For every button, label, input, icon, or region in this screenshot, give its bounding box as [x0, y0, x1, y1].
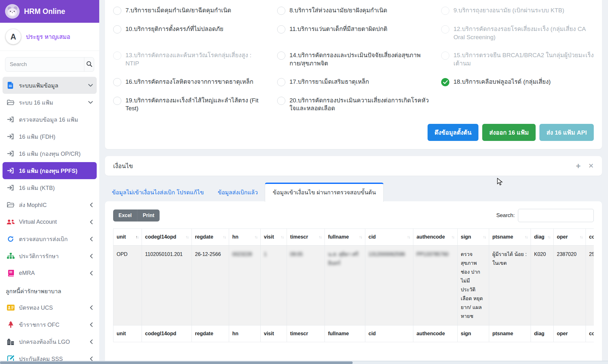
- sidebar-item-label: Virtual Account: [19, 219, 57, 225]
- sort-arrows-icon: ↑↓: [317, 234, 321, 239]
- sidebar-item-8[interactable]: Virtual Account: [3, 213, 97, 230]
- column-header-diag[interactable]: diag↑↓: [531, 228, 554, 245]
- service-option-label: 13.บริการคัดกรองและค้นหาวัณโรคกลุ่มเสี่ย…: [125, 51, 266, 67]
- services-card: 7.บริการยาเม็ดคุมกำเนิด/ยาฉีดคุมกำเนิด8.…: [105, 0, 602, 149]
- column-header-unit[interactable]: unit↑↓: [113, 228, 142, 245]
- radio-unchecked-icon[interactable]: [277, 78, 285, 86]
- search-button[interactable]: [84, 58, 94, 71]
- fetch-initial-data-button[interactable]: ดึงข้อมูลตั้งต้น: [428, 124, 478, 141]
- print-button[interactable]: Print: [137, 209, 160, 221]
- service-option-20[interactable]: 20.บริการคัดกรองประเมินความเสี่ยงต่อการเ…: [277, 96, 430, 112]
- radio-unchecked-icon[interactable]: [277, 25, 285, 33]
- chevron-left-icon: [90, 254, 93, 258]
- service-option-14[interactable]: 14.บริการคัดกรองและประเมินปัจจัยเสี่ยงต่…: [277, 51, 430, 67]
- sidebar-item-4[interactable]: 16 แฟ้ม (กองทุน OP/CR): [3, 145, 97, 162]
- service-option-17[interactable]: 17.บริการยาเม็ดเสริมธาตุเหล็ก: [277, 78, 430, 86]
- column-label: hn: [232, 234, 239, 240]
- radio-unchecked-icon[interactable]: [113, 78, 121, 86]
- column-header-fullname[interactable]: fullname↑↓: [325, 228, 365, 245]
- sidebar-item-10[interactable]: ประวัติการรักษา: [3, 247, 97, 264]
- sidebar-item-5[interactable]: 16 แฟ้ม (กองทุน PPFS): [3, 162, 97, 179]
- search-input[interactable]: [5, 58, 84, 71]
- service-option-19[interactable]: 19.บริการคัดกรองมะเร็งลำไส้ใหญ่และลำไส้ต…: [113, 96, 266, 112]
- export-16-files-button[interactable]: ส่งออก 16 แฟ้ม: [482, 124, 536, 141]
- service-option-15[interactable]: 15.บริการตรวจยีน BRCA1/BRCA2 ในกลุ่มผู้ป…: [441, 51, 594, 67]
- service-option-13[interactable]: 13.บริการคัดกรองและค้นหาวัณโรคกลุ่มเสี่ย…: [113, 51, 266, 67]
- service-option-label: 7.บริการยาเม็ดคุมกำเนิด/ยาฉีดคุมกำเนิด: [125, 6, 231, 15]
- sidebar-item-13[interactable]: บัตรทอง UCS: [3, 299, 97, 316]
- column-header-codegl14opd[interactable]: codegl14opd↑↓: [142, 228, 192, 245]
- column-header-hn[interactable]: hn↑↓: [229, 228, 261, 245]
- chevron-left-icon: [90, 322, 93, 327]
- sidebar-item-3[interactable]: 16 แฟ้ม (FDH): [3, 128, 97, 145]
- service-option-12[interactable]: 12.บริการคัดกรองรอยโรคเสี่ยงมะเร็ง (กลุ่…: [441, 25, 594, 41]
- expand-plus-icon[interactable]: +: [576, 162, 581, 170]
- excel-button[interactable]: Excel: [113, 209, 137, 221]
- sidebar-item-14[interactable]: ข้าราชการ OFC: [3, 316, 97, 333]
- sort-arrows-icon: ↑↓: [184, 234, 188, 239]
- sidebar-item-1[interactable]: ระบบ 16 แฟ้ม: [3, 94, 97, 111]
- radio-unchecked-icon[interactable]: [277, 52, 285, 60]
- service-option-16[interactable]: 16.บริการคัดกรองโลหิตจางจากการขาดธาตุเหล…: [113, 78, 266, 86]
- user-profile[interactable]: A ประยูร หาญเสมอ: [0, 23, 99, 50]
- column-label: unit: [117, 234, 126, 240]
- footer-header-sign: sign: [458, 325, 489, 342]
- sidebar-item-2[interactable]: ตรวจสอบข้อมูล 16 แฟ้ม: [3, 111, 97, 128]
- search-icon: [86, 61, 92, 68]
- service-option-10[interactable]: 10.บริการยุติการตั้งครรภ์ที่ไม่ปลอดภัย: [113, 25, 266, 41]
- column-header-sign[interactable]: sign↑↓: [458, 228, 489, 245]
- sidebar-item-11[interactable]: eMRA: [3, 264, 97, 282]
- service-option-18[interactable]: 18.บริการเคลือบฟลูออไรด์ (กลุ่มเสี่ยง): [441, 78, 594, 86]
- radio-unchecked-icon[interactable]: [441, 25, 449, 33]
- table-row[interactable]: OPD1102050101.20126-12-25660023228109:05…: [113, 245, 594, 325]
- radio-unchecked-icon[interactable]: [113, 97, 121, 105]
- cell-fullname: น.ส. สุธิดา ศรีอินทร์: [325, 245, 365, 325]
- service-option-8[interactable]: 8.บริการใส่ห่วงอนามัย/ยาฝังคุมกำเนิด: [277, 6, 430, 15]
- sidebar-item-label: ประวัติการรักษา: [19, 252, 59, 261]
- radio-unchecked-icon[interactable]: [441, 52, 449, 60]
- column-header-cid[interactable]: cid↑↓: [365, 228, 413, 245]
- radio-unchecked-icon[interactable]: [441, 7, 449, 15]
- folder-icon: [6, 100, 15, 106]
- column-header-timescr[interactable]: timescr↑↓: [287, 228, 325, 245]
- tab-1[interactable]: ข้อมูลส่งเบิกแล้ว: [211, 183, 265, 201]
- cell-regdate: 26-12-2566: [192, 245, 229, 325]
- scrollbar-thumb[interactable]: [0, 361, 353, 364]
- tab-0[interactable]: ข้อมูลไม่เข้าเงื่อนไงส่งเบิก โปรดแก้ไข: [105, 183, 211, 201]
- sidebar-item-label: ข้าราชการ OFC: [19, 320, 59, 329]
- column-header-oper[interactable]: oper↑↓: [554, 228, 586, 245]
- radio-unchecked-icon[interactable]: [113, 7, 121, 15]
- column-header-regdate[interactable]: regdate↑↓: [192, 228, 229, 245]
- radio-unchecked-icon[interactable]: [113, 25, 121, 33]
- footer-header-oper: oper: [554, 325, 586, 342]
- service-option-9[interactable]: 9.บริการถุงยางอนามัย (เบิกผ่านระบบ KTB): [441, 6, 594, 15]
- sidebar-item-7[interactable]: ส่ง MophIC: [3, 196, 97, 213]
- service-option-7[interactable]: 7.บริการยาเม็ดคุมกำเนิด/ยาฉีดคุมกำเนิด: [113, 6, 266, 15]
- service-option-11[interactable]: 11.บริการแว่นตาเด็กที่มีสายตาผิดปกติ: [277, 25, 430, 41]
- radio-unchecked-icon[interactable]: [113, 52, 121, 60]
- radio-checked-icon[interactable]: [441, 78, 449, 86]
- cell-co: 25: [586, 245, 594, 325]
- column-header-visit[interactable]: visit↑↓: [261, 228, 287, 245]
- cell-timescr: 09:05: [287, 245, 325, 325]
- column-header-authencode[interactable]: authencode↑↓: [413, 228, 458, 245]
- services-grid: 7.บริการยาเม็ดคุมกำเนิด/ยาฉีดคุมกำเนิด8.…: [113, 6, 594, 112]
- sidebar-item-9[interactable]: ตรวจสอบการส่งเบิก: [3, 230, 97, 247]
- sidebar-item-6[interactable]: 16 แฟ้ม (KTB): [3, 179, 97, 196]
- radio-unchecked-icon[interactable]: [277, 7, 285, 15]
- sidebar-item-0[interactable]: ระบบแฟ้มข้อมูล: [3, 77, 97, 94]
- sort-arrows-icon: ↑↓: [279, 234, 283, 239]
- column-label: ptsname: [492, 234, 513, 240]
- sidebar-item-15[interactable]: ปกครองท้องถิ่น LGO: [3, 333, 97, 350]
- tab-2[interactable]: ข้อมูลเข้าเงื่อนไข ผ่านการตรวจสอบขั้นต้น: [265, 183, 384, 202]
- cell-oper: 2387020: [554, 245, 586, 325]
- radio-unchecked-icon[interactable]: [277, 97, 285, 105]
- table-search-input[interactable]: [518, 209, 594, 222]
- send-16-files-api-button[interactable]: ส่ง 16 แฟ้ม API: [539, 124, 594, 141]
- column-header-ptsname[interactable]: ptsname↑↓: [489, 228, 531, 245]
- cell-hn: 0023228: [229, 245, 261, 325]
- idcard-icon: [6, 305, 15, 311]
- column-header-co[interactable]: co↑↓: [586, 228, 594, 245]
- column-label: fullname: [328, 234, 349, 240]
- close-icon[interactable]: ✕: [588, 162, 594, 169]
